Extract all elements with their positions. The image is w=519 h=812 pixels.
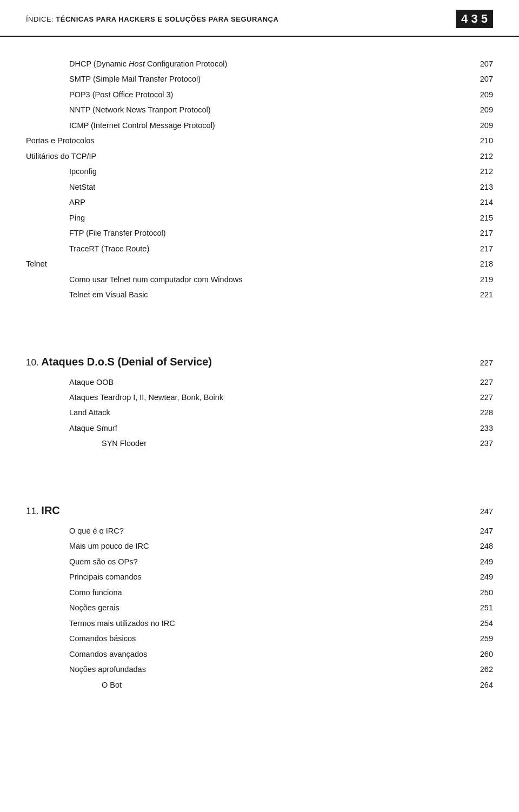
entry-page: 249 — [466, 556, 493, 568]
entry-page: 212 — [466, 150, 493, 162]
section-11-header: 11. IRC — [26, 504, 60, 517]
entry-netstat: NetStat 213 — [26, 179, 493, 195]
entry-mais-irc: Mais um pouco de IRC 248 — [26, 538, 493, 554]
entry-land-attack: Land Attack 228 — [26, 405, 493, 420]
entry-o-que-irc: O que é o IRC? 247 — [26, 523, 493, 538]
entry-como-usar-telnet: Como usar Telnet num computador com Wind… — [26, 272, 493, 287]
entry-page: 262 — [466, 663, 493, 675]
entry-page: 210 — [466, 135, 493, 147]
section-10-page: 227 — [480, 337, 493, 367]
entry-ataques-teardrop: Ataques Teardrop I, II, Newtear, Bonk, B… — [26, 390, 493, 405]
entry-tracert: TraceRT (Trace Route) 217 — [26, 241, 493, 256]
entry-page: 217 — [466, 243, 493, 255]
entry-page: 217 — [466, 227, 493, 239]
entry-text: Ipconfig — [69, 165, 466, 177]
entry-page: 218 — [466, 258, 493, 270]
entry-text: Noções aprofundadas — [69, 663, 466, 675]
entry-syn-flooder: SYN Flooder 237 — [26, 436, 493, 451]
section-10-header-row: 10. Ataques D.o.S (Denial of Service) 22… — [26, 329, 493, 375]
entry-page: 212 — [466, 165, 493, 177]
entry-page: 237 — [466, 437, 493, 449]
entry-text: Telnet — [26, 258, 466, 270]
entry-text: Portas e Protocolos — [26, 135, 466, 147]
entry-termos-utilizados: Termos mais utilizados no IRC 254 — [26, 616, 493, 631]
entry-text: NetStat — [69, 181, 466, 193]
entry-text: SYN Flooder — [102, 437, 466, 449]
entry-text: O que é o IRC? — [69, 525, 466, 537]
initial-entries: DHCP (Dynamic Host Configuration Protoco… — [26, 56, 493, 303]
entry-text: Ataque OOB — [69, 376, 466, 388]
entry-ataque-oob: Ataque OOB 227 — [26, 375, 493, 390]
spacer-4 — [26, 464, 493, 477]
entry-pop3: POP3 (Post Office Protocol 3) 209 — [26, 87, 493, 102]
entry-text: NNTP (Network News Tranport Protocol) — [69, 104, 466, 116]
entry-text: DHCP (Dynamic Host Configuration Protoco… — [69, 58, 466, 70]
entry-telnet: Telnet 218 — [26, 256, 493, 271]
entry-page: 264 — [466, 679, 493, 691]
entry-page: 227 — [466, 376, 493, 388]
entry-page: 219 — [466, 274, 493, 285]
entry-text: ICMP (Internet Control Message Protocol) — [69, 119, 466, 131]
section-10-title: Ataques D.o.S (Denial of Service) — [41, 356, 212, 368]
entry-page: 250 — [466, 587, 493, 598]
entry-page: 209 — [466, 89, 493, 101]
spacer-3 — [26, 451, 493, 464]
entry-text: FTP (File Transfer Protocol) — [69, 227, 466, 239]
entry-text: Ataques Teardrop I, II, Newtear, Bonk, B… — [69, 391, 466, 403]
entry-ipconfig: Ipconfig 212 — [26, 164, 493, 179]
entry-text: Como funciona — [69, 587, 466, 598]
section-11-header-row: 11. IRC 247 — [26, 477, 493, 523]
entry-text: Quem são os OPs? — [69, 556, 466, 568]
entry-comandos-avancados: Comandos avançados 260 — [26, 647, 493, 662]
section-11-title: IRC — [41, 504, 59, 516]
entry-comandos-basicos: Comandos básicos 259 — [26, 631, 493, 646]
entry-page: 221 — [466, 289, 493, 301]
section-11-number: 11. — [26, 506, 41, 516]
entry-nocoes-gerais: Noções gerais 251 — [26, 600, 493, 615]
entry-text: Principais comandos — [69, 571, 466, 583]
entry-text: Mais um pouco de IRC — [69, 540, 466, 552]
spacer-1 — [26, 303, 493, 316]
entry-arp: ARP 214 — [26, 195, 493, 210]
entry-principais-comandos: Principais comandos 249 — [26, 569, 493, 584]
entry-o-bot: O Bot 264 — [26, 677, 493, 693]
entry-text: Termos mais utilizados no IRC — [69, 617, 466, 629]
entry-ftp: FTP (File Transfer Protocol) 217 — [26, 225, 493, 241]
entry-text: Land Attack — [69, 407, 466, 418]
header-title-prefix: Índice: — [26, 15, 56, 23]
page: Índice: Técnicas para Hackers e Soluções… — [0, 0, 519, 812]
entry-text: POP3 (Post Office Protocol 3) — [69, 89, 466, 101]
entry-text: TraceRT (Trace Route) — [69, 243, 466, 255]
entry-dhcp: DHCP (Dynamic Host Configuration Protoco… — [26, 56, 493, 71]
entry-page: 248 — [466, 540, 493, 552]
entry-page: 215 — [466, 212, 493, 224]
entry-text: Como usar Telnet num computador com Wind… — [69, 274, 466, 285]
entry-text: Utilitários do TCP/IP — [26, 150, 466, 162]
entry-text: ARP — [69, 196, 466, 208]
entry-page: 260 — [466, 648, 493, 660]
header-title-bold: Técnicas para Hackers e Soluções para Se… — [56, 15, 278, 23]
entry-page: 207 — [466, 58, 493, 70]
entry-quem-ops: Quem são os OPs? 249 — [26, 554, 493, 569]
entry-page: 259 — [466, 633, 493, 644]
content-area: DHCP (Dynamic Host Configuration Protoco… — [0, 37, 519, 712]
spacer-2 — [26, 316, 493, 329]
entry-text: Comandos básicos — [69, 633, 466, 644]
entry-text: Ping — [69, 212, 466, 224]
entry-como-funciona: Como funciona 250 — [26, 585, 493, 600]
entry-page: 249 — [466, 571, 493, 583]
entry-page: 207 — [466, 73, 493, 85]
entry-page: 209 — [466, 104, 493, 116]
entry-text: Telnet em Visual Basic — [69, 289, 466, 301]
entry-telnet-visual-basic: Telnet em Visual Basic 221 — [26, 287, 493, 302]
section-11-page: 247 — [480, 485, 493, 516]
entry-text: Comandos avançados — [69, 648, 466, 660]
entry-utilitarios: Utilitários do TCP/IP 212 — [26, 149, 493, 164]
entry-text: Ataque Smurf — [69, 422, 466, 434]
entry-ataque-smurf: Ataque Smurf 233 — [26, 421, 493, 436]
entry-nntp: NNTP (Network News Tranport Protocol) 20… — [26, 102, 493, 117]
entry-page: 227 — [466, 391, 493, 403]
entry-page: 254 — [466, 617, 493, 629]
page-header: Índice: Técnicas para Hackers e Soluções… — [0, 0, 519, 37]
section-10: 10. Ataques D.o.S (Denial of Service) 22… — [26, 329, 493, 451]
